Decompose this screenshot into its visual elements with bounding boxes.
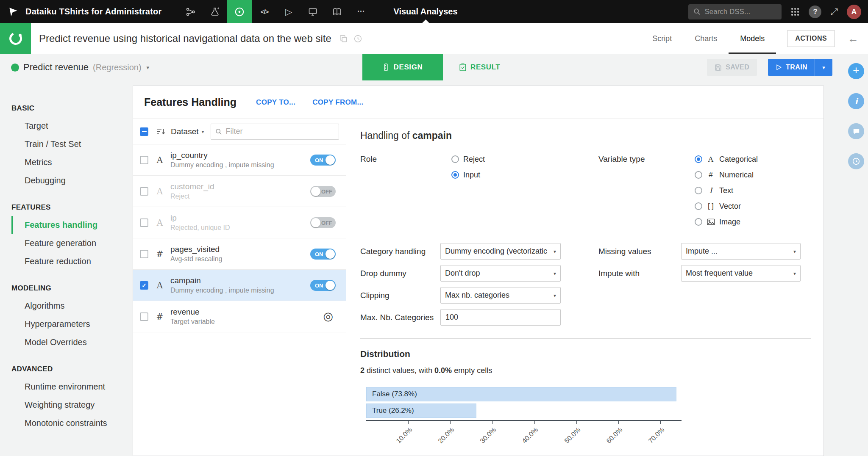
feature-toggle[interactable]: ON	[310, 280, 336, 291]
history-clock-icon[interactable]	[353, 34, 362, 43]
feature-row[interactable]: # pages_visited Avg-std rescaling ON	[133, 238, 346, 270]
tab-models[interactable]: Models	[729, 23, 776, 54]
train-button[interactable]: TRAIN	[768, 59, 815, 76]
feature-toggle[interactable]: ON	[310, 155, 336, 166]
filter-box[interactable]	[211, 124, 339, 140]
radio-icon[interactable]	[695, 155, 702, 163]
sidebar-item-debugging[interactable]: Debugging	[11, 171, 133, 190]
feature-info[interactable]: ip_country Dummy encoding , impute missi…	[170, 151, 310, 169]
max-categories-input[interactable]	[440, 309, 561, 326]
radio-icon[interactable]	[451, 155, 459, 163]
help-icon[interactable]: ?	[809, 6, 821, 18]
row-checkbox[interactable]	[140, 218, 148, 227]
missing-values-select[interactable]: Impute ... ▾	[681, 243, 801, 260]
sidebar-item-features-handling[interactable]: Features handling	[11, 216, 133, 234]
result-tab[interactable]: RESULT	[459, 63, 500, 72]
back-arrow-icon[interactable]: ←	[848, 32, 859, 45]
sidebar-item-feature-generation[interactable]: Feature generation	[11, 234, 133, 252]
row-checkbox[interactable]	[140, 187, 148, 196]
radio-icon[interactable]	[695, 218, 702, 226]
jobs-icon[interactable]: ▷	[276, 0, 300, 23]
lab-flask-icon[interactable]	[203, 0, 227, 23]
automation-monitor-icon[interactable]	[300, 0, 325, 23]
feature-toggle[interactable]: OFF	[310, 217, 336, 228]
impute-with-select[interactable]: Most frequent value ▾	[681, 265, 801, 282]
sidebar-item-hyperparameters[interactable]: Hyperparameters	[11, 315, 133, 333]
train-dropdown-button[interactable]: ▾	[815, 59, 832, 76]
model-selector[interactable]: Predict revenue (Regression) ▾	[11, 54, 149, 80]
feature-info[interactable]: pages_visited Avg-std rescaling	[170, 245, 310, 263]
clipping-select[interactable]: Max nb. categories ▾	[440, 287, 561, 304]
dataset-dropdown[interactable]: Dataset ▾	[171, 127, 204, 136]
feature-info[interactable]: campain Dummy encoding , impute missing	[170, 276, 310, 294]
row-checkbox[interactable]	[140, 156, 148, 164]
project-title[interactable]: Dataiku TShirts for Administrator	[25, 7, 161, 17]
select-all-checkbox[interactable]	[140, 127, 148, 136]
feature-row-target[interactable]: # revenue Target variable ◎	[133, 301, 346, 332]
wiki-book-icon[interactable]	[325, 0, 349, 23]
sidebar-item-metrics[interactable]: Metrics	[11, 153, 133, 171]
add-button[interactable]: +	[848, 63, 864, 79]
external-link-icon[interactable]: ⤢	[830, 6, 838, 17]
feature-row[interactable]: A customer_id Reject OFF	[133, 176, 346, 207]
radio-input[interactable]: Input	[451, 170, 598, 180]
radio-categorical[interactable]: A Categorical	[695, 154, 811, 164]
feature-row[interactable]: A ip_country Dummy encoding , impute mis…	[133, 144, 346, 176]
dataiku-logo-icon[interactable]	[7, 6, 19, 18]
drop-dummy-select[interactable]: Don't drop ▾	[440, 265, 561, 282]
search-input[interactable]	[704, 8, 776, 16]
sort-icon[interactable]	[156, 128, 165, 135]
row-checkbox[interactable]	[140, 281, 148, 290]
copy-icon[interactable]	[339, 34, 348, 43]
info-button[interactable]: i	[848, 93, 864, 109]
radio-icon[interactable]	[695, 171, 702, 179]
design-tab[interactable]: DESIGN	[362, 54, 443, 80]
visual-analyses-icon[interactable]	[227, 0, 252, 23]
radio-reject[interactable]: Reject	[451, 154, 598, 164]
feature-info[interactable]: customer_id Reject	[170, 182, 310, 200]
radio-numerical[interactable]: # Numerical	[695, 170, 811, 180]
sidebar-item-weighting-strategy[interactable]: Weighting strategy	[11, 396, 133, 414]
radio-icon[interactable]	[451, 171, 459, 179]
category-handling-select[interactable]: Dummy encoding (vectorizatic ▾	[440, 243, 561, 260]
user-avatar[interactable]: A	[847, 5, 861, 19]
target-icon[interactable]: ◎	[323, 311, 333, 322]
radio-icon[interactable]	[695, 187, 702, 194]
section-label[interactable]: Visual Analyses	[393, 7, 457, 17]
sidebar-item-target[interactable]: Target	[11, 117, 133, 135]
feature-row[interactable]: A ip Rejected, unique ID OFF	[133, 207, 346, 238]
sidebar-item-runtime-environment[interactable]: Runtime environment	[11, 378, 133, 396]
copy-to-link[interactable]: COPY TO...	[256, 98, 295, 107]
radio-vector[interactable]: [ ] Vector	[695, 201, 811, 211]
discussions-button[interactable]	[848, 123, 864, 139]
sidebar-item-monotonic-constraints[interactable]: Monotonic constraints	[11, 414, 133, 432]
radio-text[interactable]: I Text	[695, 185, 811, 196]
global-search[interactable]	[688, 4, 782, 19]
radio-image[interactable]: Image	[695, 217, 811, 227]
filter-input[interactable]	[226, 127, 334, 136]
save-button[interactable]: SAVED	[707, 59, 757, 76]
apps-grid-icon[interactable]	[790, 7, 800, 17]
tab-charts[interactable]: Charts	[683, 23, 729, 54]
sidebar-item-train-test-set[interactable]: Train / Test Set	[11, 135, 133, 153]
sidebar-item-algorithms[interactable]: Algorithms	[11, 297, 133, 315]
feature-info[interactable]: ip Rejected, unique ID	[170, 213, 310, 232]
actions-button[interactable]: ACTIONS	[787, 30, 835, 47]
copy-from-link[interactable]: COPY FROM...	[312, 98, 363, 107]
radio-icon[interactable]	[695, 202, 702, 210]
more-icon[interactable]: ···	[349, 0, 373, 23]
feature-row-selected[interactable]: A campain Dummy encoding , impute missin…	[133, 270, 346, 301]
flow-icon[interactable]	[178, 0, 203, 23]
feature-toggle[interactable]: ON	[310, 249, 336, 260]
row-checkbox[interactable]	[140, 250, 148, 258]
notebooks-code-icon[interactable]: </>	[252, 0, 276, 23]
timeline-button[interactable]	[848, 153, 864, 169]
row-checkbox[interactable]	[140, 312, 148, 321]
sidebar-item-model-overrides[interactable]: Model Overrides	[11, 333, 133, 351]
feature-toggle[interactable]: OFF	[310, 186, 336, 197]
sidebar-item-feature-reduction[interactable]: Feature reduction	[11, 252, 133, 271]
tab-script[interactable]: Script	[641, 23, 683, 54]
analysis-logo[interactable]	[0, 23, 31, 54]
feature-info[interactable]: revenue Target variable	[170, 307, 323, 326]
feature-rows: A ip_country Dummy encoding , impute mis…	[133, 144, 346, 456]
